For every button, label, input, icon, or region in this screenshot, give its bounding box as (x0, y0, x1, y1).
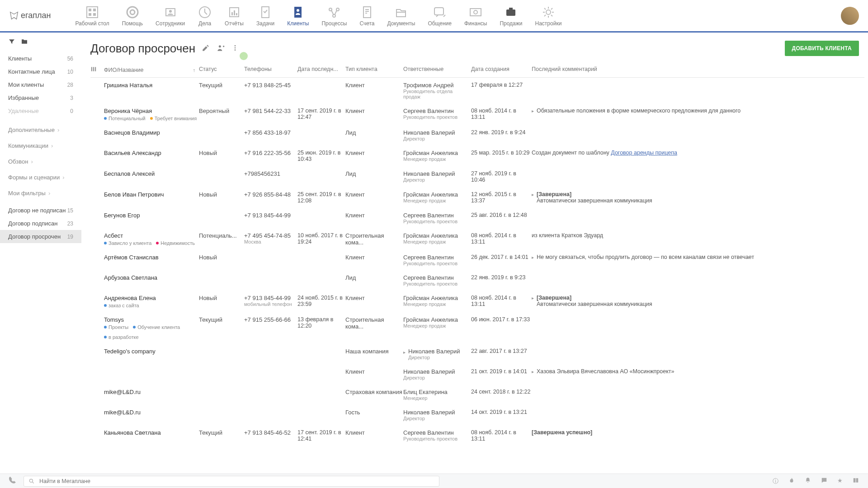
sidebar-section[interactable]: Дополнительные› (0, 122, 81, 138)
sidebar-section[interactable]: Обзвон› (0, 154, 81, 169)
svg-rect-22 (470, 9, 481, 16)
svg-rect-11 (231, 12, 233, 15)
table-row[interactable]: mike@L&D.ruГостьНиколаев ВалерийДиректор… (90, 405, 864, 425)
info-icon[interactable]: ⓘ (773, 477, 778, 485)
sidebar-item[interactable]: Избранные3 (0, 91, 81, 104)
sidebar-item[interactable]: Контактные лица10 (0, 65, 81, 78)
nav-Рабочий стол[interactable]: Рабочий стол (69, 2, 115, 29)
nav-Общение[interactable]: Общение (421, 2, 458, 29)
svg-point-28 (235, 45, 236, 47)
sidebar-item[interactable]: Удаленные0 (0, 104, 81, 117)
svg-point-34 (29, 479, 33, 482)
sidebar-filter[interactable]: Договор не подписан15 (0, 204, 81, 217)
col-last[interactable]: Дата последн... (297, 66, 345, 74)
col-status[interactable]: Статус (199, 66, 244, 74)
table-row[interactable]: Васнецов Владимир+7 856 433-18-97ЛидНико… (90, 125, 864, 145)
phone-icon[interactable] (9, 477, 16, 485)
nav-items: Рабочий столПомощьСотрудникиДелаОтчётыЗа… (69, 2, 568, 29)
table-row[interactable]: Белов Иван ПетровичНовый+7 926 855-84-48… (90, 187, 864, 208)
col-phone[interactable]: Телефоны (244, 66, 297, 74)
bell-icon[interactable] (805, 477, 811, 485)
page-title: Договор просрочен (90, 42, 195, 56)
table-row[interactable]: Вероника ЧёрнаяПотенциальныйТребует вним… (90, 103, 864, 125)
table-row[interactable]: АсбестЗависло у клиентаНедвижимостьПотен… (90, 228, 864, 250)
nav-Отчёты[interactable]: Отчёты (218, 2, 250, 29)
sidebar-filter[interactable]: Договор просрочен19 (0, 230, 81, 243)
edit-icon[interactable] (202, 44, 210, 53)
nav-Процессы[interactable]: Процессы (315, 2, 353, 29)
svg-rect-20 (363, 7, 371, 18)
svg-point-30 (235, 49, 236, 51)
table: ФИО/Название↑ Статус Телефоны Дата после… (81, 62, 868, 474)
svg-rect-32 (93, 67, 94, 71)
sidebar-section[interactable]: Мои фильтры› (0, 185, 81, 201)
top-nav: егаплан Рабочий столПомощьСотрудникиДела… (0, 0, 868, 33)
svg-rect-25 (509, 8, 513, 9)
col-name[interactable]: ФИО/Название↑ (104, 66, 199, 74)
search-input[interactable] (39, 478, 434, 484)
sidebar-item[interactable]: Мои клиенты28 (0, 78, 81, 91)
star-icon[interactable]: ★ (837, 477, 843, 485)
col-resp[interactable]: Ответственные (403, 66, 471, 74)
logo[interactable]: егаплан (9, 11, 51, 21)
sidebar-item[interactable]: Клиенты56 (0, 52, 81, 65)
table-row[interactable]: Андреянова Еленазаказ с сайтаНовый+7 913… (90, 291, 864, 312)
table-row[interactable]: Арбузова СветланаЛидСергеев ВалентинРуко… (90, 270, 864, 291)
filter-icon[interactable] (8, 38, 15, 47)
nav-Документы[interactable]: Документы (381, 2, 422, 29)
nav-Сотрудники[interactable]: Сотрудники (149, 2, 191, 29)
sidebar-filter[interactable]: Договор подписан23 (0, 217, 81, 230)
svg-point-16 (297, 9, 299, 12)
more-icon[interactable] (231, 44, 239, 53)
svg-rect-4 (93, 13, 96, 16)
nav-Счета[interactable]: Счета (353, 2, 381, 29)
svg-rect-2 (93, 9, 96, 11)
table-row[interactable]: TomsysПроектыОбучение клиентав разработк… (90, 312, 864, 344)
col-created[interactable]: Дата создания (471, 66, 532, 74)
search-box[interactable] (24, 476, 439, 487)
table-row[interactable]: Беспалов Алексей+7985456231ЛидНиколаев В… (90, 166, 864, 187)
column-config-icon[interactable] (90, 66, 104, 74)
svg-rect-24 (506, 9, 515, 16)
chat-icon[interactable] (821, 477, 827, 485)
nav-Финансы[interactable]: Финансы (458, 2, 493, 29)
table-row[interactable]: Васильев АлександрНовый+7 916 222-35-562… (90, 145, 864, 166)
nav-Помощь[interactable]: Помощь (116, 2, 149, 29)
table-row[interactable]: КлиентНиколаев ВалерийДиректор21 окт. 20… (90, 364, 864, 385)
svg-rect-1 (89, 9, 91, 11)
fire-icon[interactable] (788, 477, 795, 485)
table-row[interactable]: Tedeligo's companyНаша компания▸Николаев… (90, 344, 864, 364)
svg-rect-12 (234, 10, 235, 15)
avatar[interactable] (841, 7, 859, 25)
table-row[interactable]: Бегунов Егор+7 913 845-44-99КлиентСергее… (90, 208, 864, 228)
svg-point-27 (219, 45, 221, 47)
table-row[interactable]: Артёмов СтаниславНовыйКлиентСергеев Вале… (90, 250, 864, 270)
content-header: Договор просрочен ДОБАВИТЬ КЛИЕНТА (81, 33, 868, 62)
col-type[interactable]: Тип клиента (345, 66, 403, 74)
svg-point-5 (127, 7, 138, 18)
sort-arrow-icon: ↑ (193, 67, 196, 73)
table-row[interactable]: Каньянова СветланаТекущий+7 913 845-46-5… (90, 425, 864, 446)
nav-Настройки[interactable]: Настройки (529, 2, 568, 29)
cursor-highlight (240, 52, 248, 60)
svg-rect-15 (294, 7, 302, 18)
svg-rect-0 (87, 7, 98, 18)
table-row[interactable]: Гришина НатальяТекущий+7 913 848-25-45Кл… (90, 78, 864, 103)
sidebar-section[interactable]: Формы и сценарии› (0, 169, 81, 185)
svg-rect-31 (91, 67, 92, 71)
nav-Клиенты[interactable]: Клиенты (281, 2, 315, 29)
col-comment[interactable]: Последний комментарий (532, 66, 864, 74)
add-person-icon[interactable] (216, 43, 225, 54)
nav-Продажи[interactable]: Продажи (493, 2, 528, 29)
table-header: ФИО/Название↑ Статус Телефоны Дата после… (90, 62, 864, 78)
sidebar-section[interactable]: Коммуникации› (0, 138, 81, 154)
book-icon[interactable] (853, 477, 859, 485)
table-row[interactable]: mike@L&D.ruСтраховая компанияБлиц Екатер… (90, 385, 864, 405)
content: Договор просрочен ДОБАВИТЬ КЛИЕНТА ФИО/Н… (81, 33, 868, 474)
svg-point-26 (546, 10, 551, 14)
nav-Дела[interactable]: Дела (191, 2, 218, 29)
nav-Задачи[interactable]: Задачи (250, 2, 281, 29)
svg-rect-3 (89, 13, 91, 16)
add-folder-icon[interactable] (21, 38, 28, 47)
add-client-button[interactable]: ДОБАВИТЬ КЛИЕНТА (785, 41, 859, 56)
